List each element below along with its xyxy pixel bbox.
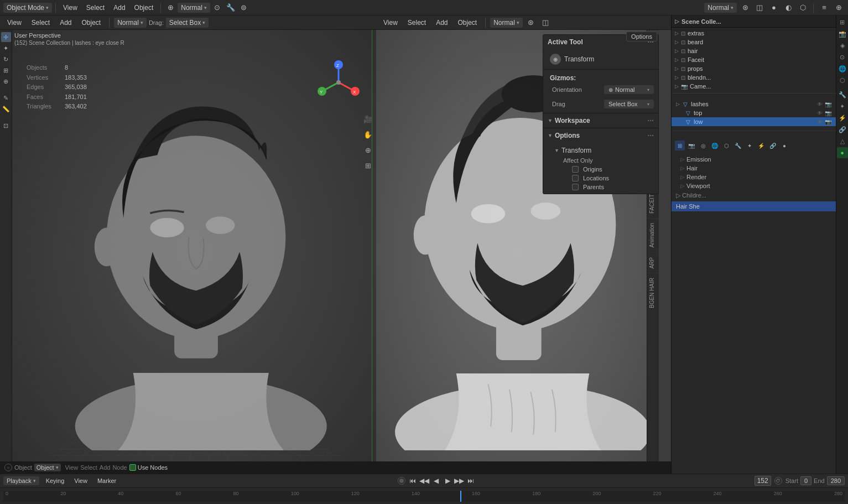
menu-object[interactable]: Object [131, 3, 158, 13]
overlay-icon2[interactable]: ⊛ [525, 17, 537, 29]
obj-row-top[interactable]: ▽ top 👁 📷 [672, 108, 836, 117]
prop-hair[interactable]: ▷ Hair [672, 164, 836, 173]
camera-view-icon[interactable]: 🎥 [362, 113, 374, 125]
prev-frame-btn[interactable]: ◀ [431, 476, 441, 486]
prop-particles-icon[interactable]: ✦ [745, 141, 755, 150]
tool-scale[interactable]: ⊞ [1, 65, 11, 75]
record-btn[interactable] [398, 477, 405, 485]
play-btn[interactable]: ▶ [443, 476, 452, 486]
view3-item[interactable]: View [379, 18, 402, 28]
pv-viewlayer[interactable]: ◈ [837, 40, 848, 51]
hand-icon[interactable]: ✋ [362, 128, 374, 141]
add3-item[interactable]: Add [432, 18, 451, 28]
xray-icon[interactable]: ◫ [753, 2, 766, 14]
drag-dropdown[interactable]: Select Box ▾ [604, 100, 654, 108]
start-frame-input[interactable]: 0 [800, 476, 811, 485]
pv-material[interactable]: ● [837, 147, 848, 158]
pv-object[interactable]: ⬡ [837, 75, 848, 86]
pv-modifier[interactable]: 🔧 [837, 89, 848, 100]
tool-annotate[interactable]: ✎ [1, 93, 11, 103]
viewport-left[interactable]: User Perspective (152) Scene Collection … [12, 30, 376, 474]
prop-world-icon[interactable]: 🌐 [710, 141, 720, 150]
prop-physics-icon[interactable]: ⚡ [756, 141, 766, 150]
obj-row-lashes[interactable]: ▷ ▽ lashes 👁 📷 [672, 100, 836, 108]
timeline-playback-dropdown[interactable]: Playback ▾ [3, 476, 39, 485]
prev-key-btn[interactable]: ◀◀ [419, 476, 429, 486]
sc-item-props[interactable]: ▷ ⊡ props [672, 64, 836, 73]
tool-measure[interactable]: 📏 [1, 104, 11, 114]
sidebar-tab-arp[interactable]: ARP [647, 252, 659, 273]
pv-particles[interactable]: ✦ [837, 101, 848, 112]
xray-icon2[interactable]: ◫ [539, 17, 552, 29]
prop-scene-icon[interactable]: ◎ [698, 141, 708, 150]
prop-render[interactable]: ▷ Render [672, 173, 836, 181]
origins-checkbox[interactable] [572, 166, 579, 173]
prop-output-icon[interactable]: 📷 [686, 141, 696, 150]
normal-dropdown3[interactable]: Normal ▾ [490, 18, 523, 28]
tool-extras[interactable]: ⊡ [1, 121, 11, 131]
sc-item-hair[interactable]: ▷ ⊡ hair [672, 46, 836, 55]
pv-data[interactable]: △ [837, 136, 848, 147]
timeline-track[interactable]: 020406080100 120140160180200220240260280 [3, 491, 845, 502]
menu-view[interactable]: View [59, 3, 81, 13]
solid-mode-icon[interactable]: ● [768, 2, 780, 14]
grid-icon[interactable]: ⊞ [362, 159, 374, 172]
overlay-icon[interactable]: ⊛ [739, 2, 751, 14]
prop-emission[interactable]: ▷ Emission [672, 155, 836, 164]
object2-item[interactable]: Object [78, 18, 105, 28]
selectbox-dropdown[interactable]: Select Box ▾ [166, 18, 209, 28]
proportional-icon[interactable]: ⊚ [238, 2, 250, 14]
sc-item-camera[interactable]: ▷ 📷 Came... [672, 82, 836, 91]
transform-icon[interactable]: ⊕ [164, 2, 176, 14]
pv-physics[interactable]: ⚡ [837, 112, 848, 123]
sidebar-tab-animation[interactable]: Animation [647, 218, 659, 252]
sc-item-blendn[interactable]: ▷ ⊡ blendn... [672, 73, 836, 82]
pv-output[interactable]: 📸 [837, 28, 848, 39]
select2-item[interactable]: Select [28, 18, 54, 28]
tool-cursor[interactable]: ✛ [1, 32, 11, 42]
pivot-icon[interactable]: ⊙ [211, 2, 223, 14]
prop-viewport[interactable]: ▷ Viewport [672, 181, 836, 190]
normal-dropdown2[interactable]: Normal ▾ [114, 18, 147, 28]
use-nodes-checkbox[interactable] [129, 464, 136, 471]
orientation-dropdown[interactable]: ⊕ Normal ▾ [604, 85, 654, 94]
tool-move[interactable]: ✦ [1, 43, 11, 53]
object-mode-dropdown[interactable]: Object Mode ▾ [3, 3, 52, 13]
end-frame-input[interactable]: 280 [827, 476, 845, 485]
sc-item-faceit[interactable]: ▷ ⊡ Faceit [672, 55, 836, 64]
prop-material-icon[interactable]: ● [779, 141, 789, 150]
options-button[interactable]: Options [626, 32, 657, 41]
normal-dropdown-right[interactable]: Normal ▾ [704, 3, 737, 13]
parents-checkbox[interactable] [572, 184, 579, 190]
prop-object-icon[interactable]: ⬡ [721, 141, 731, 150]
tl-marker[interactable]: Marker [94, 477, 119, 485]
normal-dropdown-left[interactable]: Normal ▾ [178, 3, 210, 13]
tool-transform[interactable]: ⊕ [1, 76, 11, 86]
prop-render-icon[interactable]: ⊞ [675, 141, 685, 150]
current-frame[interactable]: 152 [755, 476, 771, 486]
menu-add[interactable]: Add [110, 3, 129, 13]
add2-item[interactable]: Add [56, 18, 75, 28]
locations-checkbox[interactable] [572, 175, 579, 181]
next-frame-btn[interactable]: ▶▶ [454, 476, 464, 486]
pv-scene[interactable]: ⊙ [837, 51, 848, 63]
menu-select[interactable]: Select [82, 3, 108, 13]
pv-render[interactable]: ⊞ [837, 17, 848, 28]
skip-start-btn[interactable]: ⏮ [408, 476, 418, 486]
select3-item[interactable]: Select [404, 18, 430, 28]
material-mode-icon[interactable]: ◐ [782, 2, 794, 14]
sc-item-beard[interactable]: ▷ ⊡ beard [672, 38, 836, 46]
tl-view[interactable]: View [71, 477, 91, 485]
pv-constraints[interactable]: 🔗 [837, 124, 848, 135]
prop-modifier-icon[interactable]: 🔧 [733, 141, 743, 150]
object3-item[interactable]: Object [454, 18, 481, 28]
sc-item-extras[interactable]: ▷ ⊡ extras [672, 29, 836, 38]
magnify-icon[interactable]: ⊕ [362, 144, 374, 156]
tool-rotate[interactable]: ↻ [1, 54, 11, 64]
transform-sub-header[interactable]: ▼ Transform [554, 145, 654, 156]
sidebar-tab-bgen[interactable]: BGEN HAIR [647, 273, 659, 313]
obj-row-low[interactable]: ▽ low 👁 📷 [672, 117, 836, 126]
options-header[interactable]: ▼ Options ··· [543, 128, 658, 143]
pv-world[interactable]: 🌐 [837, 63, 848, 74]
snap-icon[interactable]: 🔧 [225, 2, 237, 14]
